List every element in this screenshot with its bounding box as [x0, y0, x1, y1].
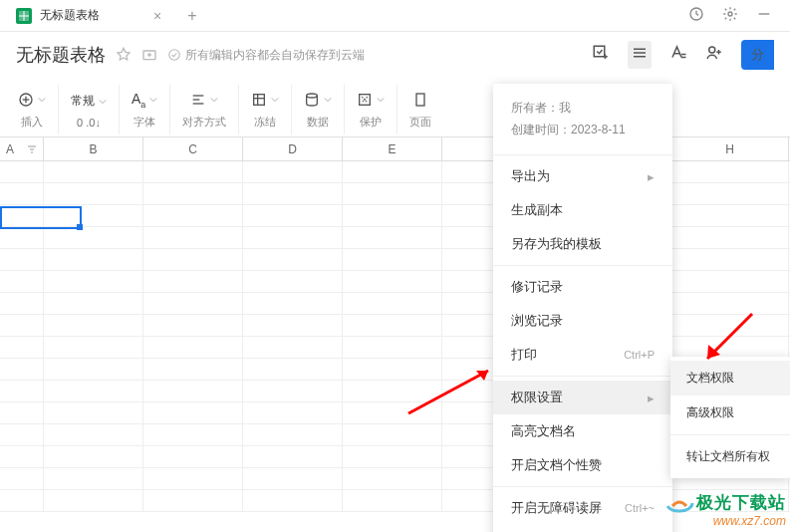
hamburger-menu-icon[interactable]	[628, 41, 652, 69]
save-status: 所有编辑内容都会自动保存到云端	[167, 47, 365, 64]
tab-title: 无标题表格	[40, 7, 100, 24]
svg-point-14	[709, 47, 715, 53]
header-actions: 分	[592, 40, 774, 70]
menu-permissions[interactable]: 权限设置▸	[493, 381, 672, 414]
settings-icon[interactable]	[722, 6, 738, 26]
font-tool[interactable]: Aa 字体	[120, 85, 170, 134]
svg-rect-21	[254, 95, 265, 106]
share-button[interactable]: 分	[741, 40, 774, 70]
hamburger-dropdown-menu: 所有者：我 创建时间：2023-8-11 导出为▸ 生成副本 另存为我的模板 修…	[493, 84, 672, 532]
svg-rect-26	[416, 94, 424, 106]
number-format-tool[interactable]: 常规 0 .0↓	[59, 85, 120, 134]
sheet-icon	[16, 8, 32, 24]
menu-revisions[interactable]: 修订记录	[493, 270, 672, 304]
menu-screen-reader[interactable]: 开启无障碍读屏Ctrl+~	[493, 491, 672, 525]
col-header-D[interactable]: D	[243, 137, 343, 160]
history-icon[interactable]	[688, 6, 704, 26]
filter-icon[interactable]	[27, 144, 37, 154]
new-tab-button[interactable]: +	[177, 7, 206, 25]
tab-close-button[interactable]: ×	[147, 8, 167, 24]
col-header-B[interactable]: B	[44, 137, 143, 160]
title-bar: 无标题表格 所有编辑内容都会自动保存到云端 分	[0, 32, 790, 78]
align-tool[interactable]: 对齐方式	[170, 85, 239, 134]
tab-bar: 无标题表格 × +	[0, 0, 790, 32]
protect-tool[interactable]: 保护	[345, 85, 397, 134]
col-header-A[interactable]: A	[0, 137, 44, 160]
col-header-E[interactable]: E	[343, 137, 442, 160]
minimize-button[interactable]	[756, 6, 772, 26]
page-tool[interactable]: 页面	[397, 85, 443, 134]
menu-doc-like[interactable]: 开启文档个性赞	[493, 448, 672, 482]
data-tool[interactable]: 数据	[292, 85, 345, 134]
checkbox-add-icon[interactable]	[592, 44, 610, 66]
watermark-logo-icon	[664, 492, 694, 514]
svg-point-4	[728, 12, 732, 16]
menu-print[interactable]: 打印Ctrl+P	[493, 338, 672, 372]
document-tab[interactable]: 无标题表格 ×	[6, 0, 177, 31]
insert-tool[interactable]: 插入	[6, 85, 59, 134]
menu-save-template[interactable]: 另存为我的模板	[493, 227, 672, 261]
folder-icon[interactable]	[141, 47, 157, 63]
menu-history[interactable]: 浏览记录	[493, 304, 672, 338]
watermark: 极光下载站 www.xz7.com	[664, 491, 786, 528]
svg-rect-8	[594, 46, 605, 57]
submenu-advanced-permissions[interactable]: 高级权限	[670, 396, 790, 430]
text-style-icon[interactable]	[669, 44, 687, 66]
menu-duplicate[interactable]: 生成副本	[493, 193, 672, 227]
col-header-C[interactable]: C	[143, 137, 243, 160]
permissions-submenu: 文档权限 高级权限 转让文档所有权	[670, 357, 790, 478]
col-header-H[interactable]: H	[671, 137, 789, 160]
collaborators-icon[interactable]	[705, 44, 723, 66]
submenu-transfer-ownership[interactable]: 转让文档所有权	[670, 439, 790, 474]
menu-doc-info: 所有者：我 创建时间：2023-8-11	[493, 90, 672, 150]
svg-point-24	[307, 94, 318, 98]
star-icon[interactable]	[116, 47, 132, 63]
submenu-doc-permissions[interactable]: 文档权限	[670, 361, 790, 396]
svg-point-7	[169, 50, 180, 61]
freeze-tool[interactable]: 冻结	[239, 85, 292, 134]
menu-help[interactable]: 帮助与反馈	[493, 525, 672, 532]
document-title[interactable]: 无标题表格	[16, 43, 106, 67]
window-controls	[688, 6, 784, 26]
menu-export[interactable]: 导出为▸	[493, 159, 672, 193]
menu-highlight-name[interactable]: 高亮文档名	[493, 414, 672, 448]
